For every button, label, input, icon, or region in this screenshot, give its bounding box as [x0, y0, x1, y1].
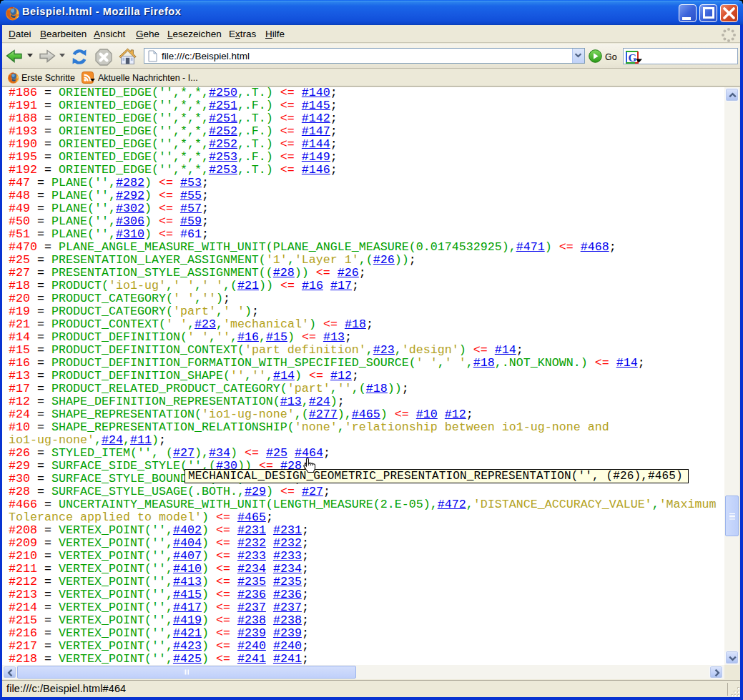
svg-text:G: G [629, 52, 637, 64]
